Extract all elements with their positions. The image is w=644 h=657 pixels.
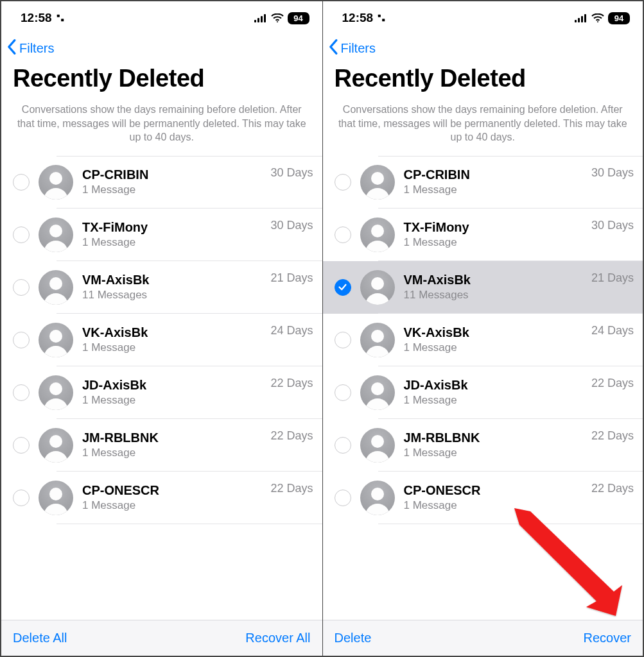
conversation-name: VK-AxisBk xyxy=(404,325,582,340)
bottom-toolbar: Delete All Recover All xyxy=(1,620,322,656)
svg-rect-11 xyxy=(581,16,583,22)
conversation-row[interactable]: CP-ONESCR 1 Message 22 Days xyxy=(1,472,322,524)
select-radio[interactable] xyxy=(335,226,351,243)
conversation-name: TX-FiMony xyxy=(404,220,582,235)
recover-button[interactable]: Recover xyxy=(584,631,631,645)
select-radio[interactable] xyxy=(13,384,30,401)
conversation-subtitle: 11 Messages xyxy=(404,289,582,302)
conversation-row[interactable]: VK-AxisBk 1 Message 24 Days xyxy=(1,314,322,366)
conversation-row[interactable]: CP-ONESCR 1 Message 22 Days xyxy=(323,472,643,524)
conversation-name: VM-AxisBk xyxy=(404,273,582,287)
page-title: Recently Deleted xyxy=(1,62,322,99)
battery-icon: 94 xyxy=(288,12,309,24)
days-remaining: 22 Days xyxy=(591,482,634,495)
status-bar: 12:58 94 xyxy=(1,1,322,30)
conversation-row[interactable]: JM-RBLBNK 1 Message 22 Days xyxy=(1,419,322,472)
avatar-icon xyxy=(39,218,73,252)
avatar-icon xyxy=(360,270,395,305)
conversation-info: JD-AxisBk 1 Message xyxy=(404,378,582,407)
conversation-name: JD-AxisBk xyxy=(404,378,582,393)
recover-button[interactable]: Recover All xyxy=(245,631,310,645)
select-radio[interactable] xyxy=(13,332,30,348)
phone-screen: 12:58 94 Filters Recently Deleted Conver… xyxy=(322,1,643,656)
select-radio[interactable] xyxy=(13,490,30,506)
select-radio[interactable] xyxy=(13,174,30,191)
select-radio[interactable] xyxy=(335,490,351,506)
battery-icon: 94 xyxy=(608,12,630,24)
select-radio[interactable] xyxy=(13,226,30,243)
avatar-icon xyxy=(39,323,73,357)
wifi-icon xyxy=(271,13,284,22)
conversation-row[interactable]: JD-AxisBk 1 Message 22 Days xyxy=(323,366,643,419)
svg-rect-2 xyxy=(254,20,256,22)
conversation-row[interactable]: JD-AxisBk 1 Message 22 Days xyxy=(1,366,322,419)
back-label: Filters xyxy=(341,41,376,56)
back-button[interactable]: Filters xyxy=(323,30,643,62)
conversation-info: CP-ONESCR 1 Message xyxy=(82,483,261,512)
conversation-subtitle: 1 Message xyxy=(404,447,582,459)
avatar-icon xyxy=(39,165,73,200)
avatar-icon xyxy=(360,218,395,252)
conversation-info: VM-AxisBk 11 Messages xyxy=(82,273,261,302)
svg-rect-7 xyxy=(378,15,381,17)
page-title: Recently Deleted xyxy=(323,62,643,99)
select-radio[interactable] xyxy=(335,279,351,296)
conversation-row[interactable]: CP-CRIBIN 1 Message 30 Days xyxy=(1,156,322,209)
conversation-row[interactable]: TX-FiMony 1 Message 30 Days xyxy=(1,209,322,261)
conversation-subtitle: 1 Message xyxy=(82,183,261,196)
chevron-left-icon xyxy=(328,38,340,58)
conversation-name: CP-CRIBIN xyxy=(82,167,261,182)
conversation-name: JM-RBLBNK xyxy=(404,431,582,445)
delete-button[interactable]: Delete All xyxy=(13,631,67,645)
conversation-subtitle: 1 Message xyxy=(404,499,582,512)
conversation-row[interactable]: VM-AxisBk 11 Messages 21 Days xyxy=(323,261,643,314)
conversation-subtitle: 1 Message xyxy=(404,183,582,196)
conversation-subtitle: 1 Message xyxy=(404,236,582,249)
days-remaining: 22 Days xyxy=(591,377,634,390)
conversation-row[interactable]: JM-RBLBNK 1 Message 22 Days xyxy=(323,419,643,472)
svg-rect-3 xyxy=(257,18,259,22)
conversation-info: TX-FiMony 1 Message xyxy=(404,220,582,249)
conversation-info: JD-AxisBk 1 Message xyxy=(82,378,261,407)
conversation-name: CP-CRIBIN xyxy=(404,167,582,182)
days-remaining: 21 Days xyxy=(270,271,313,285)
select-radio[interactable] xyxy=(335,332,351,348)
days-remaining: 22 Days xyxy=(270,482,313,495)
conversation-row[interactable]: VK-AxisBk 1 Message 24 Days xyxy=(323,314,643,366)
select-radio[interactable] xyxy=(335,384,351,401)
avatar-icon xyxy=(360,165,395,200)
conversation-info: CP-CRIBIN 1 Message xyxy=(404,167,582,196)
select-radio[interactable] xyxy=(13,437,30,454)
select-radio[interactable] xyxy=(335,174,351,191)
conversation-subtitle: 1 Message xyxy=(82,499,261,512)
status-time: 12:58 xyxy=(342,11,374,25)
status-bar: 12:58 94 xyxy=(323,1,643,30)
avatar-icon xyxy=(360,323,395,357)
svg-rect-1 xyxy=(61,19,64,21)
delete-button[interactable]: Delete xyxy=(335,631,372,645)
days-remaining: 24 Days xyxy=(270,324,313,337)
svg-rect-8 xyxy=(382,19,385,21)
conversation-row[interactable]: VM-AxisBk 11 Messages 21 Days xyxy=(1,261,322,314)
svg-rect-12 xyxy=(584,14,586,22)
conversation-name: VK-AxisBk xyxy=(82,325,261,340)
conversation-list[interactable]: CP-CRIBIN 1 Message 30 Days TX-FiMony 1 … xyxy=(323,156,643,620)
conversation-row[interactable]: CP-CRIBIN 1 Message 30 Days xyxy=(323,156,643,209)
page-description: Conversations show the days remaining be… xyxy=(323,99,643,156)
conversation-row[interactable]: TX-FiMony 1 Message 30 Days xyxy=(323,209,643,261)
days-remaining: 30 Days xyxy=(270,219,313,232)
select-radio[interactable] xyxy=(13,279,30,296)
conversation-list[interactable]: CP-CRIBIN 1 Message 30 Days TX-FiMony 1 … xyxy=(1,156,322,620)
conversation-name: JM-RBLBNK xyxy=(82,431,261,445)
days-remaining: 22 Days xyxy=(270,429,313,443)
days-remaining: 22 Days xyxy=(591,429,634,443)
svg-rect-4 xyxy=(261,16,263,22)
signal-icon xyxy=(254,14,267,22)
back-button[interactable]: Filters xyxy=(1,30,322,62)
select-radio[interactable] xyxy=(335,437,351,454)
conversation-name: CP-ONESCR xyxy=(404,483,582,498)
svg-rect-10 xyxy=(578,18,580,22)
svg-point-13 xyxy=(597,21,598,22)
conversation-info: JM-RBLBNK 1 Message xyxy=(404,431,582,459)
days-remaining: 21 Days xyxy=(591,271,634,285)
